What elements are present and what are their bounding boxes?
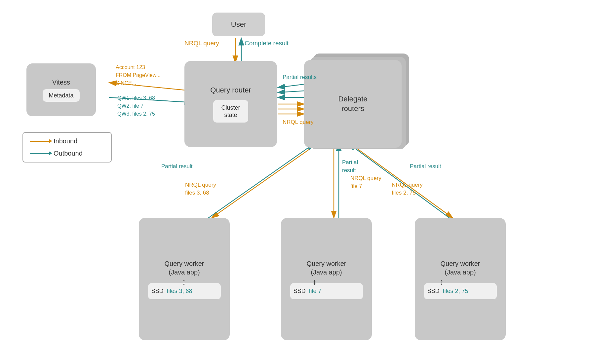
partial-result-right-label: Partial result: [410, 163, 441, 170]
legend-outbound-label: Outbound: [54, 150, 83, 157]
qw3-files-label: files 2, 75: [443, 288, 468, 295]
partial-result-mid-label: Partialresult: [342, 159, 358, 174]
qw2-label: Query worker(Java app): [306, 259, 346, 276]
qw1-label: Query worker(Java app): [164, 259, 204, 276]
partial-results-label: Partial results: [283, 73, 317, 81]
nrql-query-delegate-label: NRQL query: [283, 118, 314, 126]
qw3-label: Query worker(Java app): [440, 259, 480, 276]
cluster-state-label: Cluster state: [221, 104, 240, 118]
qw-files-label: QW1, files 3, 68QW2, file 7QW3, files 2,…: [117, 94, 155, 118]
diagram-container: User Vitess Metadata Query router Cluste…: [0, 0, 589, 364]
user-node: User: [212, 13, 265, 36]
qw2-ssd-box: SSD file 7: [290, 283, 363, 299]
legend-inbound: Inbound: [30, 137, 104, 145]
qw1-ssd-label: SSD: [151, 288, 164, 295]
legend-outbound: Outbound: [30, 150, 104, 157]
qw1-files-label: files 3, 68: [167, 288, 192, 295]
user-label: User: [231, 20, 246, 29]
svg-line-10: [278, 84, 304, 88]
qw3-ssd-label: SSD: [427, 288, 440, 295]
qw2-double-arrow: ↕: [312, 277, 317, 287]
query-router-label: Query router: [210, 86, 251, 95]
svg-line-16: [212, 144, 317, 218]
nrql-files3-68-label: NRQL queryfiles 3, 68: [185, 181, 216, 197]
complete-result-label: Complete result: [245, 39, 289, 48]
nrql-files2-75-label: NRQL queryfiles 2, 75: [392, 181, 423, 197]
nrql-file7-label: NRQL queryfile 7: [350, 174, 381, 190]
query-router-node: Query router Cluster state: [184, 61, 277, 147]
delegate-routers-label: Delegaterouters: [338, 94, 367, 113]
qw2-files-label: file 7: [309, 288, 322, 295]
svg-line-11: [278, 91, 304, 92]
legend-inbound-label: Inbound: [54, 137, 77, 145]
qw3-double-arrow: ↕: [440, 277, 444, 287]
partial-result-left-label: Partial result: [161, 163, 192, 170]
metadata-label: Metadata: [49, 92, 73, 99]
vitess-node: Vitess Metadata: [26, 63, 96, 116]
qw2-ssd-label: SSD: [294, 288, 306, 295]
delegate-routers-node: Delegaterouters: [304, 60, 402, 148]
svg-line-17: [208, 144, 314, 218]
account123-label: Account 123FROM PageView...SINCE...: [116, 63, 161, 87]
qw2-node: Query worker(Java app) SSD file 7: [281, 218, 372, 340]
qw3-ssd-box: SSD files 2, 75: [424, 283, 497, 299]
qw3-node: Query worker(Java app) SSD files 2, 75: [415, 218, 506, 340]
nrql-query-label: NRQL query: [184, 39, 219, 48]
qw1-double-arrow: ↕: [182, 277, 186, 287]
vitess-label: Vitess: [52, 78, 70, 87]
metadata-box: Metadata: [43, 89, 79, 102]
legend-box: Inbound Outbound: [22, 132, 112, 163]
cluster-state-box: Cluster state: [213, 100, 248, 123]
